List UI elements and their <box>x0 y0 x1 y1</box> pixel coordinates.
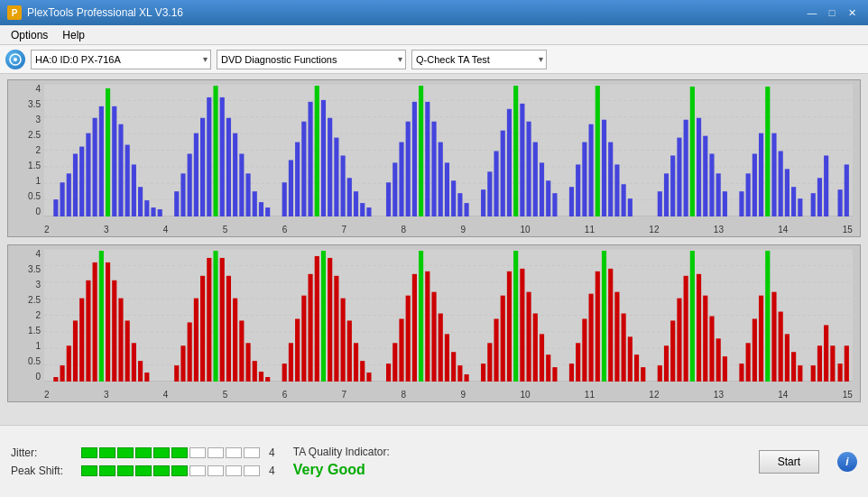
svg-rect-208 <box>658 365 662 382</box>
info-button[interactable]: i <box>837 452 857 472</box>
svg-rect-117 <box>845 164 849 216</box>
svg-rect-133 <box>93 262 97 382</box>
svg-rect-39 <box>245 173 250 216</box>
svg-rect-192 <box>533 314 538 382</box>
svg-rect-88 <box>608 143 613 216</box>
charts-wrapper: 4 3.5 3 2.5 2 1.5 1 0.5 0 <box>0 74 868 425</box>
svg-rect-136 <box>112 281 116 382</box>
function-select[interactable]: DVD Diagnostic Functions <box>217 50 406 69</box>
drive-select[interactable]: HA:0 ID:0 PX-716A <box>31 50 211 69</box>
svg-rect-91 <box>628 198 633 216</box>
svg-rect-195 <box>552 367 557 382</box>
svg-rect-100 <box>709 153 714 216</box>
svg-rect-73 <box>501 131 505 216</box>
svg-rect-108 <box>771 133 776 216</box>
svg-rect-201 <box>602 251 606 382</box>
svg-rect-139 <box>132 343 136 382</box>
svg-rect-36 <box>226 118 231 216</box>
svg-rect-69 <box>465 203 469 216</box>
svg-rect-70 <box>481 189 485 216</box>
svg-rect-38 <box>239 153 244 216</box>
svg-rect-210 <box>670 320 675 382</box>
menu-bar: Options Help <box>0 25 868 45</box>
svg-rect-16 <box>86 133 90 216</box>
function-select-wrapper[interactable]: DVD Diagnostic Functions <box>217 50 406 69</box>
svg-rect-191 <box>527 292 531 382</box>
jitter-value: 4 <box>269 446 275 459</box>
peak-shift-seg-1 <box>81 465 97 476</box>
svg-rect-96 <box>684 120 688 216</box>
svg-rect-72 <box>494 151 498 216</box>
svg-rect-160 <box>301 296 306 382</box>
svg-rect-151 <box>233 299 237 382</box>
svg-rect-206 <box>634 354 639 382</box>
svg-rect-37 <box>233 133 237 216</box>
svg-rect-220 <box>746 343 751 382</box>
start-button[interactable]: Start <box>759 450 819 474</box>
svg-rect-178 <box>431 292 436 382</box>
peak-shift-seg-9 <box>226 465 242 476</box>
svg-rect-165 <box>334 276 338 382</box>
svg-rect-111 <box>791 187 796 216</box>
peak-shift-seg-4 <box>135 465 152 476</box>
svg-rect-26 <box>151 207 155 216</box>
svg-rect-209 <box>664 345 669 382</box>
svg-rect-227 <box>791 352 796 382</box>
svg-rect-43 <box>282 182 287 216</box>
svg-rect-113 <box>811 193 816 216</box>
svg-rect-173 <box>399 318 403 382</box>
svg-rect-63 <box>425 102 429 216</box>
bottom-panel: Jitter: 4 Peak Shift: <box>0 425 868 497</box>
svg-rect-217 <box>716 338 721 382</box>
top-chart: 4 3.5 3 2.5 2 1.5 1 0.5 0 <box>7 79 861 237</box>
svg-rect-59 <box>399 143 403 216</box>
svg-rect-199 <box>589 294 594 382</box>
window-title: PlexTools Professional XL V3.16 <box>27 6 801 19</box>
svg-rect-190 <box>520 269 524 382</box>
svg-rect-99 <box>703 136 707 216</box>
close-button[interactable]: ✕ <box>843 4 861 22</box>
svg-rect-30 <box>188 153 192 216</box>
menu-options[interactable]: Options <box>4 27 55 43</box>
svg-rect-116 <box>838 189 843 216</box>
svg-rect-13 <box>67 173 71 216</box>
svg-rect-222 <box>759 296 763 382</box>
jitter-row: Jitter: 4 <box>11 446 275 459</box>
bottom-chart-y-axis: 4 3.5 3 2.5 2 1.5 1 0.5 0 <box>12 249 42 382</box>
svg-rect-169 <box>360 361 365 382</box>
svg-rect-146 <box>200 276 205 382</box>
title-bar: P PlexTools Professional XL V3.16 — □ ✕ <box>0 0 868 25</box>
svg-rect-64 <box>431 122 436 216</box>
svg-rect-127 <box>53 377 58 382</box>
test-select-wrapper[interactable]: Q-Check TA Test <box>411 50 547 69</box>
minimize-button[interactable]: — <box>803 4 821 22</box>
jitter-seg-5 <box>153 447 170 458</box>
drive-select-wrapper[interactable]: HA:0 ID:0 PX-716A <box>31 50 211 69</box>
maximize-button[interactable]: □ <box>823 4 841 22</box>
svg-rect-18 <box>99 106 104 216</box>
svg-rect-163 <box>321 251 326 382</box>
jitter-seg-3 <box>117 447 134 458</box>
jitter-seg-9 <box>226 447 242 458</box>
svg-rect-153 <box>245 343 250 382</box>
svg-rect-177 <box>425 272 429 382</box>
svg-rect-79 <box>540 162 544 216</box>
svg-rect-144 <box>188 322 192 382</box>
svg-rect-89 <box>614 164 619 216</box>
svg-rect-181 <box>451 352 456 382</box>
test-select[interactable]: Q-Check TA Test <box>411 50 547 69</box>
svg-rect-101 <box>716 173 721 216</box>
svg-rect-129 <box>67 345 71 382</box>
jitter-seg-8 <box>208 447 224 458</box>
svg-rect-226 <box>785 334 790 382</box>
svg-rect-52 <box>341 155 346 216</box>
svg-rect-87 <box>602 120 606 216</box>
svg-rect-224 <box>771 292 776 382</box>
svg-rect-211 <box>677 299 681 382</box>
svg-rect-184 <box>481 364 485 382</box>
svg-rect-82 <box>569 187 574 216</box>
svg-rect-152 <box>239 320 244 382</box>
svg-rect-175 <box>412 274 417 382</box>
menu-help[interactable]: Help <box>55 27 92 43</box>
svg-rect-140 <box>138 361 143 382</box>
